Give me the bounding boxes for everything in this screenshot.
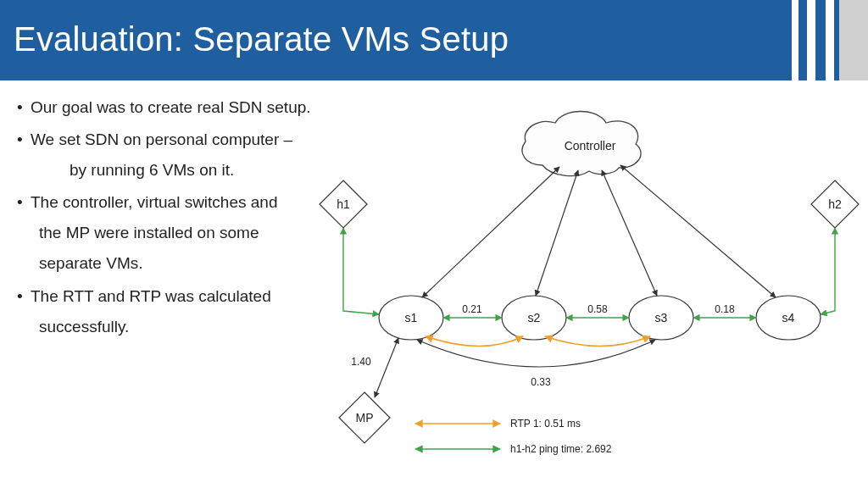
switch-s2: s2 bbox=[502, 296, 566, 340]
controller-node: Controller bbox=[522, 112, 641, 176]
edge-controller-s2 bbox=[536, 170, 578, 296]
legend-rtp: RTP 1: 0.51 ms bbox=[415, 418, 581, 430]
svg-text:MP: MP bbox=[356, 411, 374, 424]
host-h2: h2 bbox=[811, 180, 859, 228]
svg-text:h1: h1 bbox=[337, 197, 350, 211]
bullet-4-c1: successfully. bbox=[31, 312, 339, 342]
svg-text:1.40: 1.40 bbox=[351, 356, 371, 368]
bullet-list: Our goal was to create real SDN setup. W… bbox=[0, 80, 339, 342]
switch-s1: s1 bbox=[379, 296, 443, 340]
bullet-3-c1: the MP were installed on some bbox=[31, 218, 339, 248]
host-h1: h1 bbox=[320, 180, 367, 228]
svg-text:Controller: Controller bbox=[565, 139, 616, 152]
legend-ping: h1-h2 ping time: 2.692 bbox=[415, 443, 612, 455]
svg-text:s3: s3 bbox=[655, 311, 668, 324]
svg-text:s1: s1 bbox=[405, 311, 418, 324]
edge-rtp-s2-s3 bbox=[545, 336, 650, 347]
edge-rtp-s1-s2 bbox=[426, 336, 523, 347]
svg-text:s4: s4 bbox=[782, 311, 795, 324]
slide-title: Evaluation: Separate VMs Setup bbox=[14, 20, 509, 58]
bullet-3-c2: separate VMs. bbox=[31, 248, 339, 279]
switch-s3: s3 bbox=[629, 296, 693, 340]
network-diagram: Controller s1 s2 s3 s4 h1 bbox=[314, 114, 868, 487]
slide-header: Evaluation: Separate VMs Setup bbox=[0, 0, 868, 80]
bullet-1: Our goal was to create real SDN setup. bbox=[17, 92, 339, 123]
edge-mp-s1 bbox=[375, 338, 398, 397]
switch-s4: s4 bbox=[756, 296, 821, 340]
header-stripes bbox=[778, 0, 868, 80]
svg-text:s2: s2 bbox=[528, 311, 541, 324]
bullet-2: We set SDN on personal computer – by run… bbox=[17, 125, 339, 186]
svg-text:0.33: 0.33 bbox=[531, 376, 551, 388]
bullet-3: The controller, virtual switches and the… bbox=[17, 187, 339, 279]
svg-text:h2: h2 bbox=[828, 197, 842, 211]
svg-text:h1-h2 ping time: 2.692: h1-h2 ping time: 2.692 bbox=[510, 443, 612, 455]
svg-text:0.58: 0.58 bbox=[587, 303, 608, 315]
bullet-2-sub: by running 6 VMs on it. bbox=[31, 155, 339, 186]
bullet-4: The RTT and RTP was calculated successfu… bbox=[17, 281, 339, 342]
edge-controller-s4 bbox=[620, 165, 776, 297]
mp-node: MP bbox=[339, 392, 390, 443]
edge-h1-s1 bbox=[343, 228, 379, 314]
svg-text:0.18: 0.18 bbox=[715, 303, 735, 315]
edge-h2-s4 bbox=[821, 228, 835, 314]
svg-text:0.21: 0.21 bbox=[462, 303, 482, 315]
edge-controller-s1 bbox=[422, 167, 559, 297]
svg-text:RTP 1:   0.51 ms: RTP 1: 0.51 ms bbox=[510, 418, 581, 430]
